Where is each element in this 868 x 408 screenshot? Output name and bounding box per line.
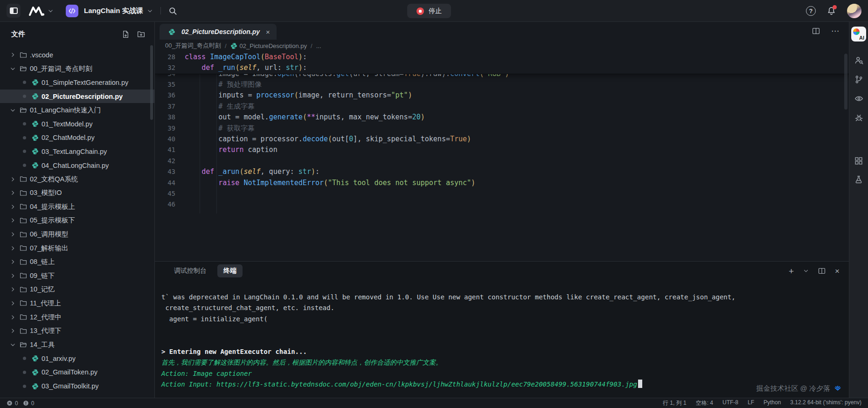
tree-folder-row[interactable]: 10_记忆 xyxy=(0,283,154,297)
preview-eye-icon[interactable] xyxy=(854,94,863,103)
chevron-right-icon xyxy=(7,176,18,182)
tree-item-label: 03_TextLangChain.py xyxy=(42,148,107,155)
project-title: LangChain 实战课 xyxy=(84,7,143,15)
split-terminal-icon[interactable] xyxy=(818,267,826,275)
more-actions-icon[interactable]: ⋯ xyxy=(831,27,840,35)
tree-file-row[interactable]: 03_GmailToolkit.py xyxy=(0,379,154,393)
notifications-button[interactable] xyxy=(827,7,836,15)
status-item[interactable]: 行 1, 列 1 xyxy=(663,399,687,407)
terminal-line xyxy=(161,336,841,346)
tree-item-label: 01_arxiv.py xyxy=(42,355,76,362)
panel-tab[interactable]: 调试控制台 xyxy=(168,264,213,277)
file-dot-icon xyxy=(19,164,29,167)
terminal-output[interactable]: t` was deprecated in LangChain 0.1.0 and… xyxy=(155,280,849,390)
help-icon[interactable]: ? xyxy=(806,6,816,16)
line-number: 38 xyxy=(155,112,175,123)
code-editor[interactable]: 28class ImageCapTool(BaseTool):32 def _r… xyxy=(155,52,849,261)
folder-icon xyxy=(18,203,29,210)
python-file-icon xyxy=(29,79,41,86)
file-dot-icon xyxy=(19,357,29,360)
stop-button[interactable]: 停止 xyxy=(407,4,451,18)
sidebar-scrollbar-thumb[interactable] xyxy=(150,45,153,120)
errors-count: 0 xyxy=(15,400,18,407)
sticky-scroll: 28class ImageCapTool(BaseTool):32 def _r… xyxy=(155,52,849,74)
problems-warnings[interactable]: 0 xyxy=(23,400,35,407)
code-search-icon[interactable] xyxy=(854,56,863,65)
tree-file-row[interactable]: 01_SimpleTextGeneration.py xyxy=(0,76,154,90)
avatar[interactable] xyxy=(847,4,861,18)
debug-icon[interactable] xyxy=(854,113,863,122)
editor-scrollbar-thumb[interactable] xyxy=(844,54,847,110)
terminal-dropdown-icon[interactable] xyxy=(803,268,809,274)
sidebar-toggle-button[interactable] xyxy=(7,4,21,18)
project-switcher[interactable]: LangChain 实战课 xyxy=(84,7,153,15)
tree-folder-row[interactable]: 08_链上 xyxy=(0,255,154,269)
marscode-logo-icon xyxy=(29,6,45,16)
folder-icon xyxy=(18,189,29,197)
tree-folder-row[interactable]: 06_调用模型 xyxy=(0,228,154,242)
tree-item-label: .vscode xyxy=(30,51,53,59)
test-flask-icon[interactable] xyxy=(854,175,863,184)
breadcrumb-item[interactable]: ... xyxy=(316,42,321,49)
chevron-right-icon xyxy=(7,273,18,279)
tree-file-row[interactable]: 02_PictureDescription.py xyxy=(0,90,154,104)
tree-file-row[interactable]: 01_arxiv.py xyxy=(0,352,154,366)
editor-tab[interactable]: 02_PictureDescription.py × xyxy=(160,24,277,40)
tree-folder-row[interactable]: 14_工具 xyxy=(0,338,154,352)
new-folder-icon[interactable] xyxy=(137,30,145,38)
main-area: 文件 .vscode00_开篇词_奇点时刻01_SimpleTextGenera… xyxy=(0,22,868,398)
tree-folder-row[interactable]: 05_提示模板下 xyxy=(0,214,154,228)
new-file-icon[interactable] xyxy=(122,30,130,38)
extensions-icon[interactable] xyxy=(854,157,863,165)
terminal-line: create_structured_chat_agent, etc. inste… xyxy=(161,303,841,313)
ai-assistant-button[interactable]: AI xyxy=(851,27,866,41)
status-item[interactable]: LF xyxy=(748,399,754,407)
tree-folder-row[interactable]: 04_提示模板上 xyxy=(0,200,154,214)
tree-file-row[interactable]: 02_ChatModel.py xyxy=(0,131,154,145)
chevron-down-icon xyxy=(147,8,153,14)
tree-folder-row[interactable]: .vscode xyxy=(0,48,154,62)
search-button[interactable] xyxy=(168,7,177,15)
status-item[interactable]: 空格: 4 xyxy=(696,399,713,407)
tree-file-row[interactable]: 03_TextLangChain.py xyxy=(0,145,154,159)
python-file-icon xyxy=(29,120,41,127)
split-editor-icon[interactable] xyxy=(812,27,820,35)
panel-tab[interactable]: 终端 xyxy=(217,264,243,277)
tree-folder-row[interactable]: 11_代理上 xyxy=(0,297,154,311)
python-file-icon xyxy=(166,28,177,35)
source-control-icon[interactable] xyxy=(854,75,863,84)
tree-file-row[interactable]: 01_TextModel.py xyxy=(0,117,154,131)
tree-item-label: 10_记忆 xyxy=(30,285,55,294)
line-number: 44 xyxy=(155,178,175,188)
breadcrumb-item[interactable]: 02_PictureDescription.py xyxy=(230,42,307,49)
code-line: 32 def _run(self, url: str): xyxy=(155,62,849,73)
code-line: 42 xyxy=(155,156,849,166)
warnings-count: 0 xyxy=(31,400,35,407)
tree-folder-row[interactable]: 00_开篇词_奇点时刻 xyxy=(0,62,154,76)
chevron-down-icon xyxy=(7,66,18,72)
tree-file-row[interactable]: 04_ChatLongChain.py xyxy=(0,159,154,173)
problems-errors[interactable]: 0 xyxy=(7,400,18,407)
tree-folder-row[interactable]: 09_链下 xyxy=(0,269,154,283)
chevron-right-icon xyxy=(7,52,18,58)
tree-folder-row[interactable]: 12_代理中 xyxy=(0,310,154,324)
python-file-icon xyxy=(29,383,41,390)
new-terminal-icon[interactable]: + xyxy=(789,267,794,276)
layout-panel-icon xyxy=(10,7,18,14)
tree-folder-row[interactable]: 02_文档QA系统 xyxy=(0,172,154,186)
stop-record-icon xyxy=(417,7,424,15)
tree-folder-row[interactable]: 01_LangChain快速入门 xyxy=(0,103,154,117)
status-item[interactable]: UTF-8 xyxy=(722,399,738,407)
status-item[interactable]: Python xyxy=(764,399,781,407)
status-item[interactable]: 3.12.2 64-bit ('shims': pyenv) xyxy=(790,399,861,407)
tab-close-icon[interactable]: × xyxy=(266,28,270,35)
folder-open-icon xyxy=(18,341,29,348)
app-logo-menu[interactable] xyxy=(29,6,54,16)
close-panel-icon[interactable]: × xyxy=(835,267,840,275)
terminal-line: 首先，我们需要了解这张图片的内容。然后，根据图片的内容和特点，创作合适的中文推广… xyxy=(161,357,841,368)
tree-folder-row[interactable]: 13_代理下 xyxy=(0,324,154,338)
tree-file-row[interactable]: 02_GmailToken.py xyxy=(0,366,154,380)
tree-folder-row[interactable]: 03_模型IO xyxy=(0,186,154,200)
breadcrumb-item[interactable]: 00_开篇词_奇点时刻 xyxy=(165,41,221,50)
tree-folder-row[interactable]: 07_解析输出 xyxy=(0,241,154,255)
